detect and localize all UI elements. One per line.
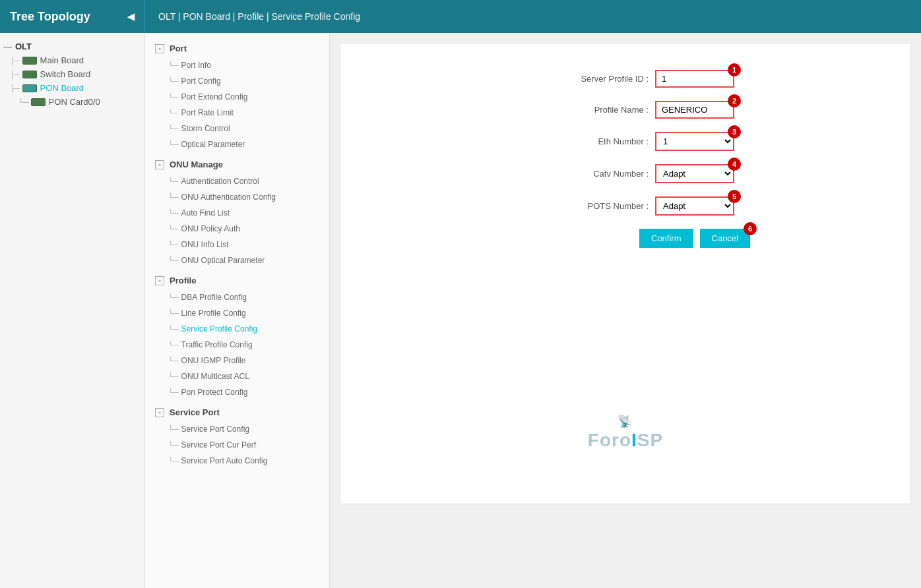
eth-number-select[interactable]: 1 2 3 4 Adapt	[655, 132, 734, 151]
menu-onu-multicast-acl[interactable]: └─ ONU Multicast ACL	[145, 368, 329, 384]
profile-section-header[interactable]: - Profile	[145, 272, 329, 289]
olt-label: OLT	[15, 42, 32, 51]
pon-card-icon	[31, 98, 46, 106]
collapse-icon[interactable]: ◀	[127, 11, 135, 22]
menu-onu-info-list[interactable]: └─ ONU Info List	[145, 237, 329, 252]
menu-onu-igmp-profile[interactable]: └─ ONU IGMP Profile	[145, 353, 329, 368]
menu-auto-find-list[interactable]: └─ Auto Find List	[145, 205, 329, 221]
eth-number-row: Eth Number : 1 2 3 4 Adapt 3	[367, 132, 884, 151]
tree-switch-board[interactable]: ├─ Switch Board	[0, 67, 144, 81]
cancel-button[interactable]: Cancel	[700, 229, 750, 248]
content-area: - Port └─ Port Info └─ Port Config └─ Po…	[145, 33, 921, 588]
menu-service-port-auto-config[interactable]: └─ Service Port Auto Config	[145, 453, 329, 469]
menu-service-port-config[interactable]: └─ Service Port Config	[145, 421, 329, 437]
menu-port-extend-config[interactable]: └─ Port Extend Config	[145, 89, 329, 105]
pon-board-icon	[22, 84, 37, 92]
main-panel: Server Profile ID : 1 Profile Name : 2	[330, 33, 921, 588]
eth-number-label: Eth Number :	[517, 136, 649, 146]
main-layout: — OLT ├─ Main Board ├─ Switch Board ├─ P…	[0, 33, 921, 588]
menu-port-info[interactable]: └─ Port Info	[145, 57, 329, 73]
tree-olt[interactable]: — OLT	[0, 40, 144, 53]
sidebar-title: Tree Topology ◀	[0, 0, 145, 33]
menu-authentication-control[interactable]: └─ Authentication Control	[145, 173, 329, 189]
step-badge-1: 1	[728, 63, 741, 76]
catv-number-wrap: Adapt 0 1 4	[655, 164, 734, 183]
service-section: - Service Port └─ Service Port Config └─…	[145, 403, 329, 469]
menu-onu-optical-parameter[interactable]: └─ ONU Optical Parameter	[145, 252, 329, 268]
tree-main-board[interactable]: ├─ Main Board	[0, 53, 144, 67]
server-profile-id-row: Server Profile ID : 1	[367, 70, 884, 88]
left-menu: - Port └─ Port Info └─ Port Config └─ Po…	[145, 33, 330, 588]
confirm-button[interactable]: Confirm	[639, 229, 693, 248]
menu-optical-parameter[interactable]: └─ Optical Parameter	[145, 136, 329, 152]
port-section-header[interactable]: - Port	[145, 40, 329, 57]
onu-section-header[interactable]: - ONU Manage	[145, 156, 329, 173]
pon-card-label: PON Card0/0	[49, 97, 100, 107]
menu-onu-policy-auth[interactable]: └─ ONU Policy Auth	[145, 221, 329, 237]
profile-name-row: Profile Name : 2	[367, 101, 884, 119]
menu-service-profile-config[interactable]: └─ Service Profile Config	[145, 321, 329, 337]
port-section: - Port └─ Port Info └─ Port Config └─ Po…	[145, 40, 329, 152]
menu-pon-protect-config[interactable]: └─ Pon Protect Config	[145, 384, 329, 400]
port-section-label: Port	[170, 44, 187, 53]
profile-section: - Profile └─ DBA Profile Config └─ Line …	[145, 272, 329, 400]
watermark: 📡 ForoISP	[588, 414, 663, 451]
form-buttons-row: Confirm 6 Cancel	[367, 229, 884, 248]
menu-storm-control[interactable]: └─ Storm Control	[145, 121, 329, 136]
pots-number-wrap: Adapt 0 1 2 5	[655, 196, 734, 216]
profile-expand-icon: -	[155, 276, 164, 285]
menu-port-rate-limit[interactable]: └─ Port Rate Limit	[145, 105, 329, 121]
onu-expand-icon: -	[155, 160, 164, 169]
main-board-icon	[22, 57, 37, 65]
antenna-icon: 📡	[588, 414, 663, 428]
service-section-header[interactable]: - Service Port	[145, 403, 329, 421]
profile-name-input[interactable]	[655, 101, 734, 119]
profile-name-label: Profile Name :	[517, 105, 649, 115]
service-expand-icon: -	[155, 408, 164, 417]
menu-service-port-cur-perf[interactable]: └─ Service Port Cur Perf	[145, 437, 329, 453]
main-board-label: Main Board	[40, 55, 84, 65]
onu-section-label: ONU Manage	[170, 160, 223, 169]
menu-onu-auth-config[interactable]: └─ ONU Authentication Config	[145, 189, 329, 205]
menu-line-profile-config[interactable]: └─ Line Profile Config	[145, 305, 329, 321]
form-container: Server Profile ID : 1 Profile Name : 2	[340, 43, 911, 504]
service-section-label: Service Port	[170, 407, 220, 417]
tree-pon-card[interactable]: └─ PON Card0/0	[0, 95, 144, 109]
switch-board-label: Switch Board	[40, 69, 91, 79]
step-badge-2: 2	[728, 94, 741, 107]
switch-board-icon	[22, 71, 37, 78]
step-badge-6: 6	[744, 222, 757, 235]
catv-number-label: Catv Number :	[517, 169, 649, 179]
onu-section: - ONU Manage └─ Authentication Control └…	[145, 156, 329, 268]
menu-traffic-profile-config[interactable]: └─ Traffic Profile Config	[145, 337, 329, 353]
step-badge-5: 5	[728, 190, 741, 203]
tree-pon-board[interactable]: ├─ PON Board	[0, 81, 144, 95]
catv-number-row: Catv Number : Adapt 0 1 4	[367, 164, 884, 183]
buttons-wrap: Confirm 6 Cancel	[639, 229, 750, 248]
sidebar: — OLT ├─ Main Board ├─ Switch Board ├─ P…	[0, 33, 145, 588]
pots-number-row: POTS Number : Adapt 0 1 2 5	[367, 196, 884, 216]
profile-section-label: Profile	[170, 276, 196, 285]
pots-number-label: POTS Number :	[517, 201, 649, 211]
catv-number-select[interactable]: Adapt 0 1	[655, 164, 734, 183]
breadcrumb: OLT | PON Board | Profile | Service Prof…	[145, 11, 373, 22]
watermark-text: ForoISP	[588, 430, 663, 450]
pots-number-select[interactable]: Adapt 0 1 2	[655, 196, 734, 216]
eth-number-wrap: 1 2 3 4 Adapt 3	[655, 132, 734, 151]
header: Tree Topology ◀ OLT | PON Board | Profil…	[0, 0, 921, 33]
title-text: Tree Topology	[10, 10, 90, 24]
profile-name-wrap: 2	[655, 101, 734, 119]
server-profile-id-wrap: 1	[655, 70, 734, 88]
menu-dba-profile-config[interactable]: └─ DBA Profile Config	[145, 289, 329, 305]
menu-port-config[interactable]: └─ Port Config	[145, 73, 329, 89]
step-badge-4: 4	[728, 158, 741, 171]
server-profile-id-label: Server Profile ID :	[517, 74, 649, 84]
server-profile-id-input[interactable]	[655, 70, 734, 88]
port-expand-icon: -	[155, 44, 164, 53]
pon-board-label: PON Board	[40, 83, 84, 93]
step-badge-3: 3	[728, 125, 741, 138]
